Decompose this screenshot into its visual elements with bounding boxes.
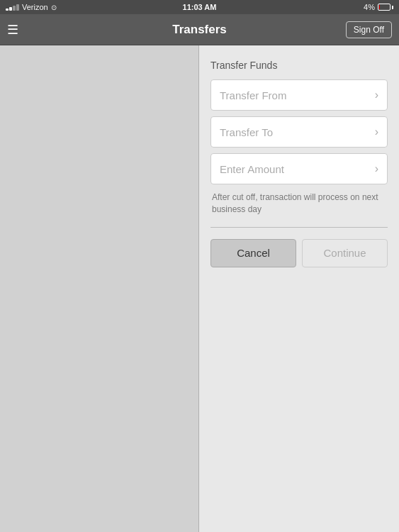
carrier-label: Verizon xyxy=(22,3,48,11)
button-row: Cancel Continue xyxy=(210,239,388,267)
transfer-from-label: Transfer From xyxy=(220,89,286,101)
status-bar: Verizon ⊙ 11:03 AM 4% xyxy=(0,0,399,14)
continue-button[interactable]: Continue xyxy=(302,239,388,267)
chevron-right-icon: › xyxy=(375,89,378,101)
sign-off-button[interactable]: Sign Off xyxy=(346,21,392,38)
signal-icon xyxy=(6,4,19,11)
status-left: Verizon ⊙ xyxy=(6,3,57,11)
nav-bar: ☰ Transfers Sign Off xyxy=(0,14,399,45)
transfer-to-label: Transfer To xyxy=(220,126,273,138)
divider xyxy=(210,227,388,228)
battery-percent: 4% xyxy=(364,3,375,11)
wifi-icon: ⊙ xyxy=(51,4,57,11)
transfer-to-field[interactable]: Transfer To › xyxy=(210,116,388,148)
menu-icon[interactable]: ☰ xyxy=(7,23,18,36)
battery-icon xyxy=(378,4,393,11)
enter-amount-field[interactable]: Enter Amount › xyxy=(210,153,388,184)
chevron-right-icon: › xyxy=(375,162,378,175)
sidebar xyxy=(0,45,198,532)
info-text: After cut off, transaction will process … xyxy=(210,192,388,216)
chevron-right-icon: › xyxy=(375,126,378,138)
cancel-button[interactable]: Cancel xyxy=(210,239,296,267)
status-time: 11:03 AM xyxy=(183,3,217,11)
page-title: Transfers xyxy=(172,23,227,37)
transfer-from-field[interactable]: Transfer From › xyxy=(210,79,388,111)
main-layout: Transfer Funds Transfer From › Transfer … xyxy=(0,45,399,532)
status-right: 4% xyxy=(364,3,393,11)
enter-amount-label: Enter Amount xyxy=(220,163,284,175)
content-panel: Transfer Funds Transfer From › Transfer … xyxy=(198,45,399,532)
section-title: Transfer Funds xyxy=(210,60,388,71)
